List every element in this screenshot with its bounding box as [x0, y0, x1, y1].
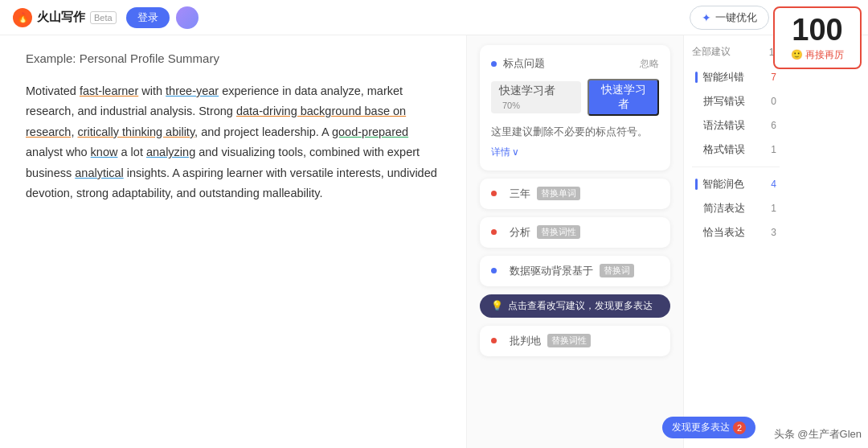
brand-name: 火山写作: [37, 10, 85, 25]
row-dot-3: [491, 268, 497, 273]
discover-badge: 2: [733, 421, 746, 434]
word-good-prepared[interactable]: good-prepared: [332, 125, 408, 138]
original-text: 快速学习者: [499, 84, 555, 97]
smart-polish-count: 4: [771, 179, 776, 190]
row-tag-4: 替换词性: [547, 334, 591, 347]
word-critically-thinking[interactable]: critically thinking ability: [77, 125, 194, 138]
row-tag-2: 替换词性: [537, 225, 580, 239]
suggestion-row-1[interactable]: 三年 替换单词: [480, 179, 670, 209]
card-dot: [491, 61, 497, 67]
word-three-year[interactable]: three-year: [166, 84, 219, 97]
word-know[interactable]: know: [91, 146, 118, 158]
word-analytical[interactable]: analytical: [75, 166, 123, 179]
row-text-2: 分析: [510, 225, 530, 240]
original-score: 70%: [502, 101, 520, 110]
format-label: 格式错误: [695, 142, 745, 157]
format-count: 1: [771, 144, 776, 155]
word-analyzing[interactable]: analyzing: [146, 146, 195, 158]
optimize-button[interactable]: ✦ 一键优化: [690, 6, 769, 30]
appropriate-label: 恰当表达: [695, 225, 745, 240]
row-tag-1: 替换单词: [537, 187, 580, 200]
sidebar-item-grammar[interactable]: 语法错误 6: [692, 113, 780, 138]
optimize-icon: ✦: [702, 11, 711, 24]
suggestion-row-3[interactable]: 数据驱动背景基于 替换词: [480, 256, 670, 286]
chevron-icon: ∨: [512, 146, 519, 158]
word-fast-learner[interactable]: fast-learner: [80, 84, 138, 97]
sidebar-polish-indicator: [695, 179, 698, 190]
grammar-count: 6: [771, 120, 776, 131]
suggestion-row-4[interactable]: 批判地 替换词性: [480, 326, 670, 356]
concise-label: 简洁表达: [695, 201, 745, 216]
row-dot-2: [491, 229, 497, 235]
brand-logo: 🔥: [13, 8, 32, 27]
sidebar-item-spelling[interactable]: 拼写错误 0: [692, 89, 780, 113]
row-dot-1: [491, 191, 497, 196]
suggestion-row-2[interactable]: 分析 替换词性: [480, 217, 670, 248]
sidebar-item-format[interactable]: 格式错误 1: [692, 138, 780, 162]
smart-polish-label: 智能润色: [702, 177, 744, 191]
tooltip-text: 点击查看改写建议，发现更多表达: [508, 299, 653, 313]
doc-body: Motivated fast-learner with three-year e…: [26, 81, 440, 203]
row-text-4: 批判地: [510, 334, 541, 348]
sidebar-item-smart-polish-inner: 智能润色: [695, 177, 744, 191]
sidebar-item-smart-correct-inner: 智能纠错: [695, 70, 744, 84]
score-label-text: 再接再厉: [805, 48, 844, 62]
suggestion-panel: 标点问题 忽略 快速学习者 70% 快速学习者 这里建议删除不必要的标点符号。 …: [466, 35, 683, 448]
row-text-3: 数据驱动背景基于: [510, 264, 593, 278]
discover-label: 发现更多表达: [672, 421, 730, 434]
login-button[interactable]: 登录: [126, 7, 170, 28]
appropriate-count: 3: [771, 227, 776, 238]
tooltip-icon: 💡: [491, 300, 503, 311]
spelling-count: 0: [771, 96, 776, 107]
concise-count: 1: [771, 203, 776, 214]
word-compare: 快速学习者 70% 快速学习者: [491, 79, 659, 116]
main-layout: Example: Personal Profile Summary Motiva…: [0, 35, 868, 448]
brand-logo-text: 🔥: [17, 12, 29, 23]
row-tag-3: 替换词: [600, 264, 634, 277]
sidebar-section-all: 全部建议 11: [692, 45, 780, 59]
detail-label: 详情: [491, 146, 510, 159]
smart-correct-count: 7: [771, 72, 776, 83]
detail-button[interactable]: 详情 ∨: [491, 146, 519, 159]
smart-correct-label: 智能纠错: [702, 70, 744, 84]
brand: 🔥 火山写作 Beta: [13, 8, 117, 27]
sidebar-all-label: 全部建议: [692, 45, 731, 59]
sidebar-item-appropriate[interactable]: 恰当表达 3: [692, 220, 780, 245]
spelling-label: 拼写错误: [695, 94, 745, 109]
sidebar-item-smart-polish[interactable]: 智能润色 4: [692, 172, 780, 196]
row-text-1: 三年: [510, 187, 530, 201]
score-label: 🙂 再接再厉: [791, 48, 844, 62]
ignore-button[interactable]: 忽略: [640, 57, 659, 71]
optimize-label: 一键优化: [715, 10, 757, 25]
row-dot-4: [491, 338, 497, 343]
grammar-label: 语法错误: [695, 118, 745, 133]
word-original: 快速学习者 70%: [491, 81, 581, 113]
score-emoji: 🙂: [791, 49, 803, 60]
watermark: 头条 @生产者Glen: [774, 427, 862, 442]
tooltip-bar: 💡 点击查看改写建议，发现更多表达: [480, 294, 670, 318]
word-suggestion-button[interactable]: 快速学习者: [588, 79, 659, 116]
top-nav: 🔥 火山写作 Beta 登录 ✦ 一键优化 全部建议 11 » 100 🙂 再接…: [0, 0, 868, 35]
card-type: 标点问题: [503, 56, 640, 71]
avatar[interactable]: [176, 6, 199, 29]
suggestion-card-punctuation: 标点问题 忽略 快速学习者 70% 快速学习者 这里建议删除不必要的标点符号。 …: [480, 45, 670, 171]
card-header: 标点问题 忽略: [491, 56, 659, 71]
suggestion-description: 这里建议删除不必要的标点符号。: [491, 124, 659, 141]
sidebar-divider-1: [692, 166, 780, 167]
discover-button[interactable]: 发现更多表达 2: [662, 417, 755, 438]
sidebar-item-concise[interactable]: 简洁表达 1: [692, 196, 780, 220]
editor-area: Example: Personal Profile Summary Motiva…: [0, 35, 466, 448]
doc-title: Example: Personal Profile Summary: [26, 51, 440, 65]
tooltip-container: 💡 点击查看改写建议，发现更多表达: [480, 294, 670, 318]
beta-badge: Beta: [90, 11, 117, 24]
right-sidebar: 全部建议 11 智能纠错 7 拼写错误 0 语法错误 6 格式错误 1: [683, 35, 788, 448]
sidebar-indicator: [695, 72, 698, 83]
score-card: 100 🙂 再接再厉: [773, 6, 862, 69]
score-number: 100: [792, 14, 842, 45]
sidebar-item-smart-correct[interactable]: 智能纠错 7: [692, 65, 780, 89]
